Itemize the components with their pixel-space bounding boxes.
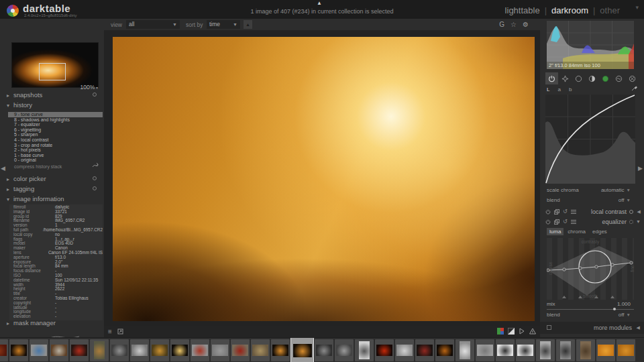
filmstrip-thumbnail[interactable]	[9, 339, 28, 361]
image-canvas[interactable]	[113, 37, 535, 321]
top-panel-collapse-icon[interactable]: ▲	[317, 0, 322, 6]
left-panel-collapse-icon[interactable]: ◀	[1, 165, 5, 172]
navigation-viewport-rect[interactable]	[39, 63, 66, 80]
mix-slider-handle[interactable]	[613, 308, 616, 310]
module-equalizer[interactable]: ↺ equalizer ▼	[540, 217, 644, 227]
tone-curve-graph[interactable]	[545, 95, 635, 184]
raw-overexposure-icon[interactable]	[529, 328, 536, 335]
tab-chroma[interactable]: chroma	[565, 228, 588, 235]
snapshots-reset-icon[interactable]	[93, 93, 97, 97]
filmstrip-thumbnail[interactable]	[536, 339, 555, 361]
panel-snapshots[interactable]: ▸snapshots	[7, 91, 99, 100]
tab-b[interactable]: b	[569, 86, 572, 93]
color-picker-icon[interactable]	[631, 85, 637, 91]
color-group-tab[interactable]	[599, 72, 612, 84]
history-item[interactable]: 2 - hot pixels	[8, 147, 103, 153]
equalizer-graph[interactable]: contrasty smooth coarse fine	[547, 238, 634, 300]
filmstrip-thumbnail[interactable]	[0, 339, 8, 361]
filmstrip-thumbnail-selected[interactable]	[291, 338, 313, 362]
module-local-contrast[interactable]: ↺ local contrast ◀	[540, 207, 644, 217]
module-power-icon[interactable]	[545, 219, 551, 225]
panel-history[interactable]: ▾history	[7, 101, 99, 110]
view-darkroom[interactable]: darkroom	[551, 5, 588, 15]
tone-curve-blend-dropdown[interactable]: off▼	[619, 197, 631, 203]
module-power-icon[interactable]	[545, 209, 551, 215]
preferences-icon[interactable]: ⚙	[523, 21, 535, 28]
filmstrip-thumbnail[interactable]	[435, 339, 454, 361]
correction-group-tab[interactable]	[612, 72, 625, 84]
history-item[interactable]: 0 - original	[8, 158, 103, 163]
history-item[interactable]: 4 - local contrast	[8, 137, 103, 143]
view-filter-dropdown[interactable]: all▼	[126, 20, 180, 29]
filmstrip-thumbnail[interactable]	[110, 339, 129, 361]
filmstrip-thumbnail[interactable]	[130, 339, 149, 361]
filmstrip-menu-icon[interactable]: ≡	[108, 328, 112, 335]
favorites-tab[interactable]	[559, 72, 572, 84]
gamut-check-icon[interactable]	[497, 328, 504, 335]
filmstrip-thumbnail[interactable]	[251, 339, 270, 361]
tone-group-tab[interactable]	[586, 72, 598, 84]
filmstrip-thumbnail[interactable]	[315, 339, 333, 361]
scale-chroma-dropdown[interactable]: automatic▼	[601, 187, 631, 193]
history-item[interactable]: 6 - vignetting	[8, 127, 103, 133]
history-item[interactable]: 9 - tone curve	[8, 112, 103, 117]
multi-instance-icon[interactable]	[554, 219, 559, 225]
navigation-thumbnail[interactable]	[12, 43, 98, 87]
view-other[interactable]: other	[600, 5, 620, 15]
module-name[interactable]: local contrast	[591, 208, 627, 215]
color-picker-reset-icon[interactable]	[93, 176, 97, 180]
filmstrip-thumbnail[interactable]	[395, 339, 414, 361]
tab-edges[interactable]: edges	[590, 228, 610, 235]
history-item[interactable]: 5 - sharpen	[8, 132, 103, 137]
filmstrip-thumbnail[interactable]	[90, 339, 109, 361]
basic-group-tab[interactable]	[572, 72, 585, 84]
fit-zoom-icon[interactable]	[117, 328, 123, 335]
filmstrip-thumbnail[interactable]	[30, 339, 48, 361]
history-item[interactable]: 1 - base curve	[8, 153, 103, 158]
module-name[interactable]: equalizer	[602, 219, 627, 225]
filmstrip-thumbnail[interactable]	[476, 339, 494, 361]
more-modules-button[interactable]: more modules ◀	[540, 322, 644, 334]
tab-luma[interactable]: luma	[547, 228, 564, 235]
effect-group-tab[interactable]	[626, 72, 639, 84]
reset-icon[interactable]: ↺	[563, 209, 568, 215]
filmstrip-thumbnail[interactable]	[496, 339, 515, 361]
histogram[interactable]: 2" f/13.0 84mm iso 100	[547, 21, 634, 69]
filmstrip-thumbnail[interactable]	[556, 339, 575, 361]
multi-instance-icon[interactable]	[554, 209, 559, 215]
tab-a[interactable]: a	[557, 86, 560, 93]
filmstrip-thumbnail[interactable]	[616, 339, 635, 361]
active-modules-tab[interactable]	[545, 72, 558, 84]
filmstrip-thumbnail[interactable]	[231, 339, 250, 361]
filmstrip-thumbnail[interactable]	[150, 339, 169, 361]
filmstrip-thumbnail[interactable]	[211, 339, 229, 361]
filmstrip-thumbnail[interactable]	[516, 339, 535, 361]
grouping-icon[interactable]: G	[499, 21, 511, 28]
sort-direction-button[interactable]: ▲	[244, 20, 252, 29]
filmstrip-thumbnail[interactable]	[375, 339, 394, 361]
presets-icon[interactable]	[571, 219, 576, 225]
filmstrip-thumbnail[interactable]	[415, 339, 434, 361]
filmstrip-thumbnail[interactable]	[70, 339, 89, 361]
overlays-icon[interactable]: ☆	[511, 21, 523, 28]
filmstrip-thumbnail[interactable]	[355, 339, 374, 361]
panel-mask-manager[interactable]: ▸mask manager	[7, 319, 99, 328]
equalizer-blend-dropdown[interactable]: off▼	[619, 312, 631, 318]
overexposure-icon[interactable]	[519, 328, 525, 335]
tab-L[interactable]: L	[547, 86, 549, 93]
filmstrip-thumbnail[interactable]	[271, 339, 290, 361]
panel-image-information[interactable]: ▾image information	[7, 195, 99, 204]
mix-slider[interactable]	[547, 309, 634, 310]
history-item[interactable]: 3 - crop and rotate	[8, 143, 103, 148]
view-lighttable[interactable]: lighttable	[505, 5, 540, 15]
history-item[interactable]: 7 - equalizer	[8, 122, 103, 127]
filmstrip-thumbnail[interactable]	[596, 339, 615, 361]
reset-icon[interactable]: ↺	[563, 219, 568, 225]
right-panel-collapse-icon[interactable]: ▶	[638, 165, 643, 172]
zoom-level-dropdown[interactable]: 100% ▾	[80, 84, 98, 90]
softproof-icon[interactable]	[508, 328, 515, 335]
filmstrip-thumbnail[interactable]	[455, 339, 474, 361]
filmstrip-thumbnail[interactable]	[170, 339, 189, 361]
filmstrip-thumbnail[interactable]	[335, 339, 354, 361]
presets-icon[interactable]	[571, 209, 576, 215]
